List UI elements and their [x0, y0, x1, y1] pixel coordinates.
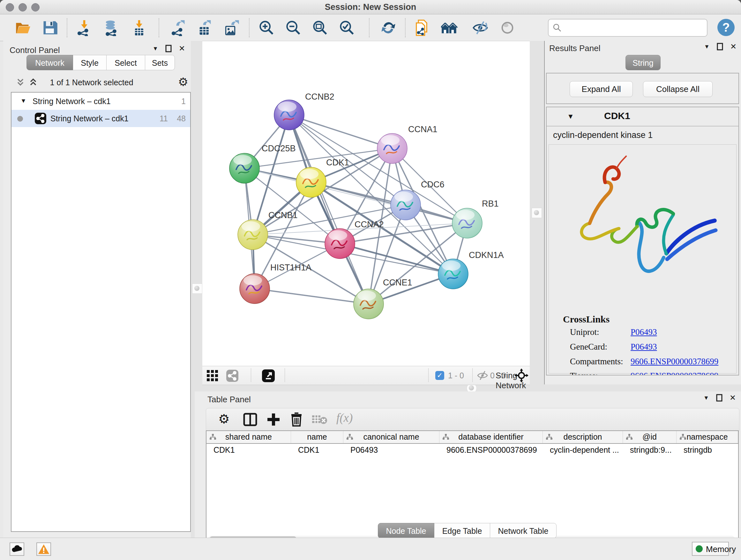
show-columns-icon[interactable]: [243, 413, 257, 426]
import-table-icon[interactable]: [131, 19, 147, 36]
tab-network[interactable]: Network: [26, 55, 73, 70]
search-field[interactable]: [548, 19, 708, 37]
edge-CCNB2-CCNE1[interactable]: [289, 115, 368, 304]
crosslink-link[interactable]: 9606.ENSP00000378699: [630, 371, 718, 375]
node-CCNE1[interactable]: [354, 289, 384, 319]
column-header-0[interactable]: shared name: [206, 431, 291, 443]
node-CCNB2[interactable]: [274, 100, 304, 130]
delete-column-icon[interactable]: [290, 412, 303, 427]
open-session-icon[interactable]: [15, 19, 31, 36]
hide-selected-icon[interactable]: [472, 19, 488, 36]
crosslink-label: GeneCard:: [570, 342, 607, 352]
edge-CCNB2-CCNA1[interactable]: [289, 115, 392, 148]
function-builder-icon[interactable]: f(x): [336, 411, 353, 425]
node-CDKN1A[interactable]: [438, 259, 468, 289]
tab-edge-table[interactable]: Edge Table: [434, 523, 490, 538]
column-header-5[interactable]: @id: [623, 431, 677, 443]
entry-collapse-icon[interactable]: ▼: [567, 112, 574, 121]
save-session-icon[interactable]: [42, 19, 58, 36]
float-panel-icon[interactable]: [716, 394, 723, 401]
table-cell[interactable]: cyclin-dependent ...: [543, 443, 623, 456]
import-network-icon[interactable]: [76, 19, 92, 36]
network-canvas[interactable]: CCNB2CCNA1CDC25BCDK1CDC6RB1CCNB1CCNA2CDK…: [202, 41, 530, 366]
export-image-icon[interactable]: [224, 19, 240, 36]
network-row[interactable]: String Network – cdk1 11 48: [11, 110, 190, 127]
close-panel-icon[interactable]: ✕: [730, 43, 737, 51]
collection-expand-icon[interactable]: ▼: [20, 98, 26, 105]
add-column-icon[interactable]: [266, 412, 281, 427]
cloud-button[interactable]: [10, 543, 24, 556]
export-network-icon[interactable]: [170, 19, 187, 36]
zoom-in-icon[interactable]: [258, 19, 275, 36]
grid-view-icon[interactable]: [206, 369, 219, 382]
collapse-panel-icon[interactable]: ▼: [703, 394, 709, 401]
node-RB1[interactable]: [452, 208, 482, 238]
close-panel-icon[interactable]: ✕: [730, 394, 736, 401]
search-input[interactable]: [565, 21, 704, 34]
collapse-panel-icon[interactable]: ▼: [152, 45, 158, 52]
import-database-icon[interactable]: [103, 19, 119, 36]
warning-button[interactable]: [37, 543, 51, 556]
memory-button[interactable]: Memory: [692, 542, 729, 556]
collapse-panel-icon[interactable]: ▼: [704, 43, 710, 51]
collection-label: String Network – cdk1: [32, 97, 111, 106]
edge-HIST1H1A-CCNE1[interactable]: [255, 289, 368, 304]
tab-network-table[interactable]: Network Table: [490, 523, 556, 538]
tab-select[interactable]: Select: [107, 55, 145, 70]
apply-layout-icon[interactable]: [380, 19, 397, 36]
zoom-fit-icon[interactable]: [312, 19, 328, 36]
tab-string[interactable]: String: [625, 55, 661, 70]
tab-style[interactable]: Style: [73, 55, 107, 70]
node-CDC25B[interactable]: [229, 153, 259, 183]
left-splitter-handle[interactable]: [192, 284, 202, 294]
entry-header[interactable]: ▼ CDK1: [547, 107, 738, 126]
crosslink-link[interactable]: P06493: [630, 342, 657, 352]
collapse-all-button[interactable]: Collapse All: [643, 81, 713, 97]
tab-node-table[interactable]: Node Table: [378, 523, 434, 538]
table-cell[interactable]: 9606.ENSP00000378699: [440, 443, 543, 456]
table-cell[interactable]: stringdb:9...: [623, 443, 677, 456]
zoom-out-icon[interactable]: [285, 19, 301, 36]
column-header-3[interactable]: database identifier: [440, 431, 543, 443]
node-label-CCNB1: CCNB1: [268, 210, 298, 220]
network-collection-row[interactable]: ▼ String Network – cdk1 1: [11, 92, 190, 110]
column-header-6[interactable]: namespace: [677, 431, 738, 443]
table-cell[interactable]: CDK1: [291, 443, 343, 456]
zoom-selected-icon[interactable]: [339, 19, 355, 36]
title-bar: Session: New Session: [0, 0, 741, 14]
export-view-icon[interactable]: [262, 369, 275, 382]
node-CCNB1[interactable]: [238, 220, 268, 250]
show-all-icon[interactable]: [499, 19, 516, 36]
network-options-gear-icon[interactable]: ⚙: [178, 75, 188, 89]
right-splitter-handle[interactable]: [532, 208, 542, 218]
fit-selected-icon[interactable]: [515, 368, 529, 382]
table-cell[interactable]: P06493: [343, 443, 440, 456]
export-table-icon[interactable]: [197, 19, 213, 36]
crosslink-link[interactable]: 9606.ENSP00000378699: [630, 357, 718, 367]
node-HIST1H1A[interactable]: [240, 273, 270, 304]
expand-all-button[interactable]: Expand All: [569, 81, 633, 97]
column-header-2[interactable]: canonical name: [343, 431, 440, 443]
help-button[interactable]: ?: [718, 19, 735, 36]
column-header-4[interactable]: description: [543, 431, 623, 443]
network-overview-icon[interactable]: [226, 369, 239, 382]
selected-checkbox[interactable]: ✓: [435, 371, 444, 380]
float-panel-icon[interactable]: [165, 45, 172, 52]
tab-sets[interactable]: Sets: [145, 55, 175, 70]
table-cell[interactable]: CDK1: [206, 443, 291, 456]
node-CCNA2[interactable]: [325, 229, 355, 259]
control-panel-tabs: Network Style Select Sets: [26, 55, 175, 70]
crosslink-link[interactable]: P06493: [630, 327, 657, 337]
table-settings-gear-icon[interactable]: ⚙: [218, 412, 230, 426]
table-row[interactable]: CDK1CDK1P064939606.ENSP00000378699cyclin…: [206, 443, 738, 456]
clone-network-icon[interactable]: [414, 19, 430, 36]
node-CDK1[interactable]: [296, 167, 326, 197]
float-panel-icon[interactable]: [717, 43, 723, 51]
table-cell[interactable]: stringdb: [677, 443, 738, 456]
close-panel-icon[interactable]: ✕: [179, 45, 185, 52]
node-CDC6[interactable]: [391, 190, 421, 220]
first-neighbors-icon[interactable]: [441, 19, 458, 36]
column-header-1[interactable]: name: [291, 431, 343, 443]
node-CCNA1[interactable]: [377, 133, 407, 164]
clear-table-icon[interactable]: [312, 414, 327, 425]
